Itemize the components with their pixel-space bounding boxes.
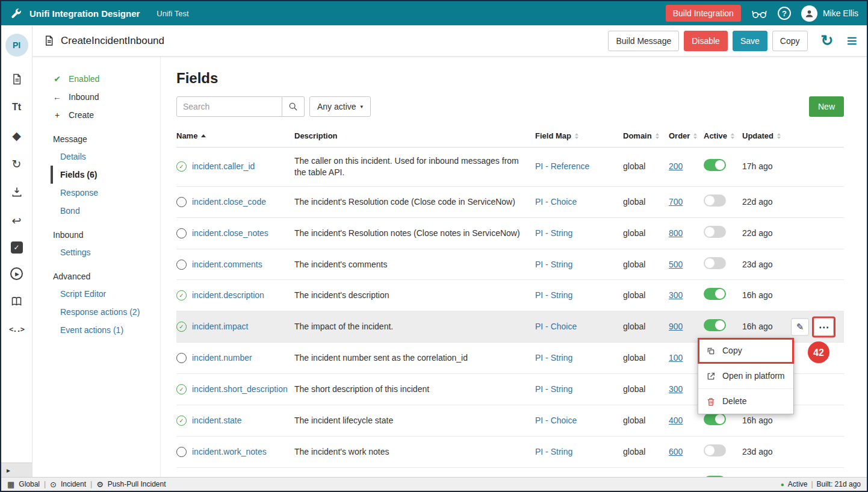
field-name-link[interactable]: incident.state	[192, 415, 242, 426]
table-row-incident-caller-id: ✓incident.caller_idThe caller on this in…	[176, 148, 844, 187]
field-map-link[interactable]: PI - String	[535, 447, 572, 456]
edit-button[interactable]: ✎	[791, 318, 809, 335]
field-name-link[interactable]: incident.short_description	[192, 384, 288, 395]
active-toggle[interactable]	[704, 195, 726, 207]
field-map-link[interactable]: PI - Choice	[535, 322, 577, 331]
field-name-link[interactable]: incident.work_notes	[192, 446, 267, 458]
field-description: The short description of this incident	[294, 384, 429, 394]
nav-item-bond[interactable]: Bond	[51, 202, 160, 220]
undo-icon[interactable]: ↩	[10, 213, 24, 228]
active-toggle[interactable]	[704, 444, 726, 456]
nav-label: Inbound	[69, 92, 99, 102]
nav-item-settings[interactable]: Settings	[51, 243, 160, 261]
field-map-link[interactable]: PI - Choice	[535, 197, 577, 207]
field-name-link[interactable]: incident.caller_id	[192, 161, 255, 172]
row-actions: ✎⋯	[791, 316, 835, 337]
menu-item-open-in-platform[interactable]: Open in platform	[698, 363, 793, 388]
column-header-name[interactable]: Name	[176, 128, 294, 148]
user-name[interactable]: Mike Ellis	[823, 8, 858, 18]
table-row-incident-comments: incident.commentsThe incident's comments…	[176, 249, 844, 280]
menu-item-delete[interactable]: Delete	[698, 388, 793, 414]
nav-item-fields-6[interactable]: Fields (6)	[51, 166, 160, 184]
refresh-icon[interactable]: ↻	[821, 33, 834, 48]
sort-icon	[731, 133, 734, 139]
topbar-right: Build Integration ? Mike Ellis	[666, 5, 858, 22]
search-input[interactable]	[176, 96, 282, 117]
field-map-link[interactable]: PI - String	[535, 384, 572, 394]
user-avatar[interactable]	[801, 5, 817, 22]
active-toggle[interactable]	[704, 413, 726, 425]
order-link[interactable]: 100	[669, 353, 683, 363]
order-link[interactable]: 300	[669, 290, 683, 300]
book-icon[interactable]	[10, 294, 24, 308]
field-name-link[interactable]: incident.number	[192, 352, 252, 364]
status-item-push-pull-incident[interactable]: Push-Pull Incident	[108, 480, 166, 488]
order-link[interactable]: 500	[669, 260, 683, 269]
send-diamond-icon[interactable]: ◆	[10, 128, 24, 143]
document-icon[interactable]	[10, 72, 24, 86]
build-message-button[interactable]: Build Message	[608, 31, 679, 51]
menu-item-copy[interactable]: Copy	[698, 338, 793, 363]
nav-item-script-editor[interactable]: Script Editor	[51, 285, 160, 303]
active-toggle[interactable]	[704, 257, 726, 269]
glasses-icon[interactable]	[751, 8, 767, 19]
active-toggle[interactable]	[704, 288, 726, 300]
nav-item-enabled[interactable]: ✔Enabled	[33, 70, 160, 88]
save-button[interactable]: Save	[733, 31, 767, 51]
build-integration-button[interactable]: Build Integration	[666, 5, 741, 22]
order-link[interactable]: 700	[669, 197, 683, 207]
column-header-field-map[interactable]: Field Map	[535, 128, 623, 148]
help-icon[interactable]: ?	[778, 7, 791, 20]
column-header-updated[interactable]: Updated	[742, 128, 844, 148]
active-toggle[interactable]	[704, 476, 726, 477]
field-name-link[interactable]: incident.description	[192, 290, 264, 301]
history-icon[interactable]: ↻	[10, 157, 24, 171]
active-toggle[interactable]	[704, 319, 726, 331]
field-map-link[interactable]: PI - Reference	[535, 161, 589, 171]
order-link[interactable]: 900	[669, 322, 683, 331]
more-actions-button[interactable]: ⋯	[814, 318, 834, 335]
field-name-link[interactable]: incident.comments	[192, 259, 262, 270]
integration-avatar[interactable]: PI	[5, 34, 28, 57]
field-map-link[interactable]: PI - String	[535, 290, 572, 300]
order-link[interactable]: 800	[669, 228, 683, 238]
copy-record-button[interactable]: Copy	[772, 31, 808, 51]
field-name-link[interactable]: incident.impact	[192, 321, 248, 332]
nav-item-inbound[interactable]: ←Inbound	[33, 88, 160, 106]
column-header-domain[interactable]: Domain	[623, 128, 669, 148]
order-link[interactable]: 400	[669, 416, 683, 425]
code-icon[interactable]: <..>	[10, 322, 24, 337]
nav-item-create[interactable]: +Create	[33, 106, 160, 124]
order-link[interactable]: 200	[669, 161, 683, 171]
new-button[interactable]: New	[809, 96, 844, 117]
field-name-link[interactable]: incident.close_notes	[192, 228, 268, 239]
status-active-icon: ✓	[176, 290, 187, 300]
field-name-link[interactable]: incident.close_code	[192, 196, 266, 208]
play-icon[interactable]: ▶	[10, 267, 23, 280]
status-item-global[interactable]: Global	[19, 480, 40, 488]
active-toggle[interactable]	[704, 226, 726, 238]
nav-item-response[interactable]: Response	[51, 184, 160, 202]
active-toggle[interactable]	[704, 159, 726, 171]
column-header-active[interactable]: Active	[704, 128, 742, 148]
app-subtitle[interactable]: Unifi Test	[157, 9, 188, 18]
field-map-link[interactable]: PI - String	[535, 353, 572, 363]
order-link[interactable]: 600	[669, 447, 683, 456]
column-header-order[interactable]: Order	[669, 128, 704, 148]
field-map-link[interactable]: PI - String	[535, 260, 572, 269]
nav-item-details[interactable]: Details	[51, 148, 160, 166]
disable-button[interactable]: Disable	[684, 31, 728, 51]
status-item-incident[interactable]: Incident	[61, 480, 86, 488]
search-button[interactable]	[282, 96, 305, 117]
nav-item-response-actions-2[interactable]: Response actions (2)	[51, 303, 160, 321]
field-map-link[interactable]: PI - Choice	[535, 416, 577, 425]
rail-collapse[interactable]: ▸	[1, 462, 32, 477]
nav-item-event-actions-1[interactable]: Event actions (1)	[51, 321, 160, 339]
order-link[interactable]: 300	[669, 384, 683, 394]
text-format-icon[interactable]: Tt	[10, 100, 24, 114]
field-map-link[interactable]: PI - String	[535, 228, 572, 238]
hamburger-menu-icon[interactable]: ≡	[846, 34, 857, 48]
download-icon[interactable]	[10, 185, 24, 199]
active-filter-dropdown[interactable]: Any active ▾	[309, 96, 371, 117]
tasks-icon[interactable]: ✓	[11, 241, 23, 254]
